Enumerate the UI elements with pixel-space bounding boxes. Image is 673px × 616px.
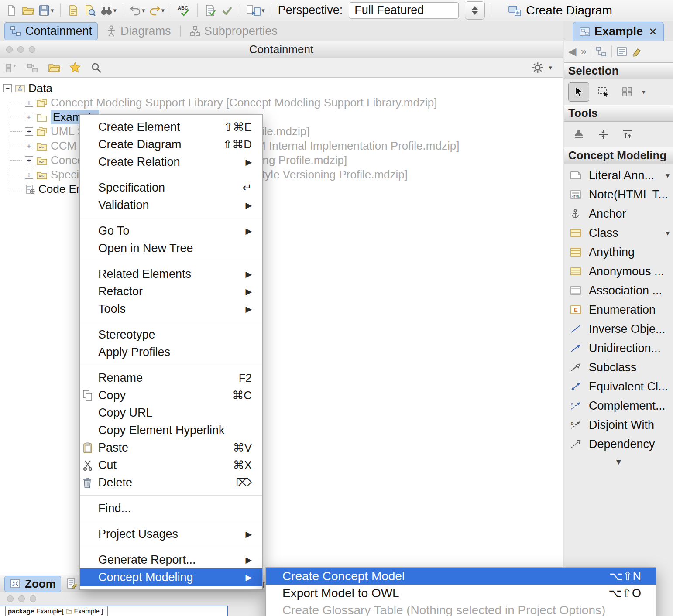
zoom-window-icon[interactable] xyxy=(30,595,36,602)
paint-icon[interactable] xyxy=(632,46,643,57)
dropdown-caret-icon[interactable]: ▾ xyxy=(549,64,552,72)
zoom-window-icon[interactable] xyxy=(29,46,35,53)
minimize-window-icon[interactable] xyxy=(17,46,24,53)
quick-find-button[interactable] xyxy=(88,59,104,76)
menu-item-copy-element-hyperlink[interactable]: Copy Element Hyperlink xyxy=(80,421,262,439)
tree-row-data[interactable]: − Data xyxy=(3,81,563,96)
validate-button[interactable] xyxy=(203,2,218,19)
menu-item-project-usages[interactable]: Project Usages ▶ xyxy=(80,525,262,543)
menu-item-generate-report[interactable]: Generate Report... ▶ xyxy=(80,551,262,568)
find-button[interactable]: ▾ xyxy=(99,2,118,19)
close-window-icon[interactable] xyxy=(7,595,14,602)
stamp-tool-button[interactable] xyxy=(568,125,589,144)
palette-item-unidirectional-association[interactable]: Unidirection... xyxy=(564,339,673,358)
diagram-properties-icon[interactable] xyxy=(616,46,628,57)
palette-item-enumeration[interactable]: E Enumeration xyxy=(564,300,673,319)
menu-item-concept-modeling[interactable]: Concept Modeling ▶ xyxy=(80,568,262,586)
palette-item-subclass[interactable]: Subclass xyxy=(564,358,673,377)
menu-item-copy-url[interactable]: Copy URL xyxy=(80,404,262,421)
expand-icon[interactable]: + xyxy=(25,142,33,150)
palette-item-disjoint-with[interactable]: D Disjoint With xyxy=(564,415,673,435)
palette-item-note-html[interactable]: HTML Note(HTML T... xyxy=(564,185,673,204)
create-diagram-button[interactable]: Create Diagram xyxy=(506,2,614,19)
new-project-button[interactable] xyxy=(3,2,19,19)
tab-containment[interactable]: Containment xyxy=(4,22,98,40)
forward-chevrons-icon[interactable]: » xyxy=(580,45,586,58)
palette-more-button[interactable]: ▼ xyxy=(564,454,673,470)
undo-button[interactable]: ▾ xyxy=(128,2,147,19)
menu-item-related-elements[interactable]: Related Elements ▶ xyxy=(80,265,262,283)
expand-icon[interactable]: + xyxy=(25,99,33,107)
minimize-window-icon[interactable] xyxy=(18,595,25,602)
save-button[interactable]: ▾ xyxy=(37,2,55,19)
settings-button[interactable] xyxy=(530,59,546,76)
marquee-select-button[interactable] xyxy=(593,82,614,102)
close-icon[interactable]: ✕ xyxy=(649,26,657,38)
tree-row-support-library[interactable]: + Concept Modeling Support Library [Conc… xyxy=(3,96,563,110)
print-preview-button[interactable] xyxy=(82,2,98,19)
expand-icon[interactable]: + xyxy=(25,113,33,121)
submenu-item-export-model-to-owl[interactable]: Export Model to OWL ⌥⇧O xyxy=(266,585,656,602)
commit-changes-button[interactable]: ▾ xyxy=(245,2,266,19)
palette-item-anchor[interactable]: Anchor xyxy=(564,204,673,223)
section-header-concept-modeling[interactable]: Concept Modeling xyxy=(564,147,673,164)
tab-diagrams[interactable]: Diagrams xyxy=(100,22,177,40)
multi-select-button[interactable] xyxy=(617,82,638,102)
menu-item-paste[interactable]: Paste ⌘V xyxy=(80,439,262,456)
print-button[interactable] xyxy=(65,2,81,19)
dropdown-caret-icon[interactable]: ▾ xyxy=(642,88,646,96)
redo-button[interactable]: ▾ xyxy=(148,2,166,19)
expand-icon[interactable]: + xyxy=(25,171,33,179)
menu-item-cut[interactable]: Cut ⌘X xyxy=(80,456,262,474)
back-icon[interactable]: ◀ xyxy=(568,45,576,58)
diagram-canvas[interactable]: package Example[ Example ] xyxy=(0,606,228,616)
menu-item-validation[interactable]: Validation ▶ xyxy=(80,196,262,214)
tree-view-options-button[interactable] xyxy=(25,59,41,76)
palette-item-anonymous[interactable]: Anonymous ... xyxy=(564,262,673,281)
menu-item-apply-profiles[interactable]: Apply Profiles xyxy=(80,343,262,361)
favorites-button[interactable] xyxy=(67,59,83,76)
menu-item-rename[interactable]: Rename F2 xyxy=(80,369,262,387)
show-auxiliary-resources-button[interactable] xyxy=(4,59,20,76)
dropdown-caret-icon[interactable]: ▾ xyxy=(666,229,670,238)
expand-icon[interactable]: + xyxy=(25,127,33,136)
palette-item-anything[interactable]: Anything xyxy=(564,243,673,262)
close-window-icon[interactable] xyxy=(6,46,13,53)
palette-item-dependency[interactable]: Dependency xyxy=(564,435,673,454)
dropdown-caret-icon[interactable]: ▾ xyxy=(666,171,670,180)
select-tool-button[interactable] xyxy=(568,82,589,102)
menu-item-delete[interactable]: Delete ⌦ xyxy=(80,474,262,491)
menu-item-stereotype[interactable]: Stereotype xyxy=(80,326,262,343)
menu-item-open-in-new-tree[interactable]: Open in New Tree xyxy=(80,240,262,257)
menu-item-refactor[interactable]: Refactor ▶ xyxy=(80,283,262,300)
perspective-stepper[interactable] xyxy=(465,1,485,20)
palette-item-complement[interactable]: c Complement... xyxy=(564,396,673,415)
menu-item-go-to[interactable]: Go To ▶ xyxy=(80,222,262,240)
check-button[interactable] xyxy=(219,2,235,19)
menu-item-create-element[interactable]: Create Element ⇧⌘E xyxy=(80,118,262,136)
menu-item-create-relation[interactable]: Create Relation ▶ xyxy=(80,153,262,171)
palette-item-association[interactable]: Association ... xyxy=(564,281,673,300)
menu-item-tools[interactable]: Tools ▶ xyxy=(80,300,262,318)
section-header-selection[interactable]: Selection xyxy=(564,62,673,79)
open-in-new-tab-button[interactable] xyxy=(46,59,62,76)
zoom-panel-tab[interactable]: Zoom xyxy=(4,576,61,592)
section-header-tools[interactable]: Tools xyxy=(564,105,673,122)
menu-item-create-diagram[interactable]: Create Diagram ⇧⌘D xyxy=(80,136,262,153)
palette-item-inverse-object-property[interactable]: Inverse Obje... xyxy=(564,319,673,339)
submenu-item-create-concept-model[interactable]: Create Concept Model ⌥⇧N xyxy=(266,568,656,585)
menu-item-copy[interactable]: Copy ⌘C xyxy=(80,387,262,404)
spelling-button[interactable]: ABC xyxy=(176,2,192,19)
palette-item-equivalent-class[interactable]: Equivalent Cl... xyxy=(564,377,673,396)
diagram-tree-icon[interactable] xyxy=(596,46,607,57)
palette-item-class[interactable]: Class ▾ xyxy=(564,223,673,243)
align-middle-button[interactable] xyxy=(593,125,614,144)
open-project-button[interactable] xyxy=(20,2,36,19)
palette-item-literal-annotation[interactable]: Literal Ann... ▾ xyxy=(564,166,673,185)
menu-item-find[interactable]: Find... xyxy=(80,500,262,517)
align-top-button[interactable] xyxy=(617,125,638,144)
menu-item-specification[interactable]: Specification ↵ xyxy=(80,179,262,196)
collapse-icon[interactable]: − xyxy=(3,84,12,92)
tab-subproperties[interactable]: Subproperties xyxy=(184,22,283,40)
perspective-select[interactable]: Full Featured xyxy=(349,2,459,19)
